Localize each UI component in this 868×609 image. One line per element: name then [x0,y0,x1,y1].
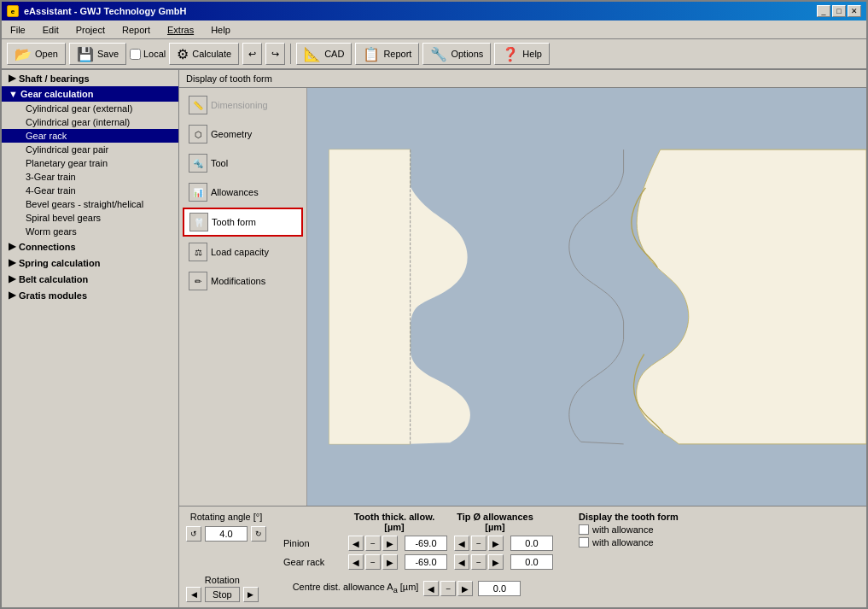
pinion-tip-left[interactable]: ◀ [454,536,469,551]
tooth-form-svg [307,88,866,506]
rack-tooth-thick-input[interactable] [405,554,447,570]
sidebar-group-belt[interactable]: ▶ Belt calculation [2,271,178,287]
menu-file[interactable]: File [5,23,31,37]
sidebar-item-worm[interactable]: Worm gears [2,225,178,238]
sidebar-item-cyl-int[interactable]: Cylindrical gear (internal) [2,115,178,129]
sidebar-group-connections[interactable]: ▶ Connections [2,238,178,255]
tab-geometry[interactable]: ⬡ Geometry [183,120,303,148]
menu-report[interactable]: Report [117,23,155,37]
title-bar: e eAssistant - GWJ Technology GmbH _ □ ✕ [2,2,866,20]
rack-tooth-thick-right[interactable]: ▶ [382,554,398,570]
tab-load-capacity-label: Load capacity [211,247,269,257]
centre-dist-input[interactable] [478,581,521,596]
gear-rack-label: Gear rack [26,131,67,141]
tooth-form-tab-icon: 🦷 [189,213,208,231]
cad-button[interactable]: 📐 CAD [296,43,352,65]
bevel-label: Bevel gears - straight/helical [26,199,143,209]
maximize-button[interactable]: □ [832,5,846,17]
tab-tool[interactable]: 🔩 Tool [183,149,303,177]
display-with-allowance-1: with allowance [579,524,679,535]
calculate-button[interactable]: ⚙ Calculate [169,43,239,65]
sidebar-group-shaft[interactable]: ▶ Shaft / bearings [2,70,178,86]
cyl-int-label: Cylindrical gear (internal) [26,117,130,127]
pinion-tip-minus[interactable]: − [471,536,486,551]
sidebar-item-spiral[interactable]: Spiral bevel gears [2,211,178,225]
rack-tip-left[interactable]: ◀ [454,554,469,570]
minimize-button[interactable]: _ [817,5,830,17]
redo-button[interactable]: ↪ [265,43,285,65]
menu-project[interactable]: Project [71,23,110,37]
toolbar: 📂 Open 💾 Save Local ⚙ Calculate ↩ ↪ 📐 CA… [2,39,866,70]
pinion-label: Pinion [283,538,341,548]
open-button[interactable]: 📂 Open [7,43,66,65]
bottom-controls: Rotating angle [°] ↺ ↻ Tooth thick. [179,506,866,607]
sidebar-group-gear[interactable]: ▼ Gear calculation [2,86,178,102]
rotation-next-button[interactable]: ▶ [243,587,259,602]
local-label: Local [143,49,166,59]
sidebar-item-planetary[interactable]: Planetary gear train [2,156,178,170]
menu-edit[interactable]: Edit [38,23,64,37]
report-button[interactable]: 📋 Report [355,43,419,65]
display-tooth-form-label: Display the tooth form [579,512,679,522]
sidebar-item-cyl-ext[interactable]: Cylindrical gear (external) [2,102,178,115]
worm-label: Worm gears [26,226,77,237]
stop-button[interactable]: Stop [205,587,240,602]
sidebar-item-4gear[interactable]: 4-Gear train [2,184,178,197]
pinion-tooth-thick-minus[interactable]: − [365,536,381,551]
tab-dimensioning-label: Dimensioning [211,100,268,110]
connections-arrow-icon: ▶ [9,241,15,252]
sidebar-item-gear-rack[interactable]: Gear rack [2,129,178,143]
save-label: Save [97,49,119,59]
rack-tip-dia-input[interactable] [510,554,553,570]
rotation-label: Rotation [205,575,240,585]
pinion-tip-right[interactable]: ▶ [488,536,504,551]
tab-dimensioning[interactable]: 📏 Dimensioning [183,91,303,119]
sidebar-group-spring[interactable]: ▶ Spring calculation [2,255,178,271]
menu-extras[interactable]: Extras [162,23,199,37]
main-window: e eAssistant - GWJ Technology GmbH _ □ ✕… [0,0,868,609]
help-button[interactable]: ❓ Help [494,43,550,65]
rotation-prev-button[interactable]: ◀ [186,587,201,602]
tip-dia-header: Tip Ø allowances [µm] [452,512,538,532]
pinion-tooth-thick-right[interactable]: ▶ [382,536,398,551]
rack-tooth-thick-left[interactable]: ◀ [348,554,364,570]
app-icon: e [7,5,19,17]
centre-dist-minus[interactable]: − [440,581,456,596]
rotating-angle-input[interactable] [205,526,248,542]
allowance-checkbox-1[interactable] [579,524,589,535]
sidebar-item-bevel[interactable]: Bevel gears - straight/helical [2,197,178,211]
tab-allowances[interactable]: 📊 Allowances [183,179,303,206]
window-controls: _ □ ✕ [817,5,861,17]
cad-label: CAD [324,49,344,59]
tab-tooth-form[interactable]: 🦷 Tooth form [183,208,303,237]
sidebar-item-3gear[interactable]: 3-Gear train [2,170,178,184]
rack-tooth-thick-minus[interactable]: − [365,554,381,570]
connections-group-label: Connections [19,242,76,252]
tab-load-capacity[interactable]: ⚖ Load capacity [183,238,303,266]
options-button[interactable]: 🔧 Options [422,43,491,65]
local-checkbox[interactable] [130,49,141,60]
rotate-left-button[interactable]: ↺ [186,526,201,542]
tab-modifications[interactable]: ✏ Modifications [183,267,303,295]
sidebar-group-gratis[interactable]: ▶ Gratis modules [2,287,178,303]
save-button[interactable]: 💾 Save [69,43,126,65]
rack-tip-minus[interactable]: − [471,554,486,570]
centre-dist-left[interactable]: ◀ [423,581,439,596]
help-label: Help [522,49,542,59]
rotate-right-button[interactable]: ↻ [251,526,266,542]
centre-dist-right[interactable]: ▶ [457,581,473,596]
allowance-label-2: with allowance [592,537,654,548]
pinion-tooth-thick-input[interactable] [405,536,447,551]
sidebar-item-cyl-pair[interactable]: Cylindrical gear pair [2,143,178,156]
rack-tooth-thick-arrows: ◀ − ▶ [348,554,398,570]
belt-arrow-icon: ▶ [9,273,15,284]
pinion-tip-dia-input[interactable] [510,536,553,551]
gear-group-label: Gear calculation [20,89,94,99]
close-button[interactable]: ✕ [848,5,861,17]
pinion-tooth-thick-left[interactable]: ◀ [348,536,364,551]
undo-button[interactable]: ↩ [242,43,262,65]
local-checkbox-group: Local [130,49,166,60]
menu-help[interactable]: Help [206,23,236,37]
rack-tip-right[interactable]: ▶ [488,554,504,570]
allowance-checkbox-2[interactable] [579,537,589,548]
